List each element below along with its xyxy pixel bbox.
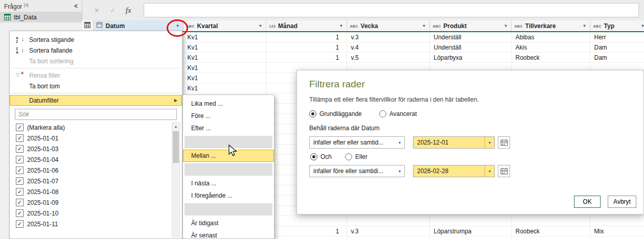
column-header-datum[interactable]: Datum ▾ <box>93 20 183 32</box>
operator-select-1[interactable]: infaller efter eller samtid... ▾ <box>309 136 405 149</box>
cell-tillverkare[interactable]: Akis <box>511 42 590 53</box>
scrollbar[interactable]: ▲ <box>172 122 180 237</box>
scrollbar-up-icon[interactable]: ▲ <box>172 123 179 130</box>
submenu-item[interactable]: Är tidigast ▶ <box>183 217 274 229</box>
cell-manad[interactable]: 1 <box>266 53 347 63</box>
cell-manad[interactable] <box>266 216 347 226</box>
cell-typ[interactable] <box>590 216 644 226</box>
query-item-tbl-data[interactable]: tbl_Data <box>0 12 82 22</box>
menu-item: ▶ <box>11 68 180 68</box>
cell-typ[interactable]: Dam <box>590 42 644 53</box>
filter-dropdown-button[interactable]: ▾ <box>581 22 589 30</box>
submenu-item[interactable]: Mellan ... ▶ <box>183 150 274 162</box>
cell-vecka[interactable]: v.4 <box>347 42 429 53</box>
filter-value-checkbox[interactable]: ✓ 2025-01-11 <box>16 219 167 229</box>
filter-value-checkbox[interactable]: ✓ 2025-01-07 <box>16 176 167 186</box>
menu-item[interactable]: Ta bort tom ▶ <box>10 81 182 91</box>
radio-icon <box>379 110 386 117</box>
filter-value-checkbox[interactable]: ✓ 2025-01-08 <box>16 186 167 197</box>
filter-value-checkbox[interactable]: ✓ 2025-01-10 <box>16 208 167 219</box>
calendar-picker-button-1[interactable] <box>498 136 510 149</box>
cell-typ[interactable]: Dam <box>590 53 644 63</box>
cell-tillverkare[interactable]: Roobeck <box>511 53 590 63</box>
cell-tillverkare[interactable]: Roobeck <box>511 226 590 236</box>
formula-input[interactable] <box>144 3 639 17</box>
filter-value-checkbox[interactable]: ✓ 2025-01-03 <box>16 144 167 154</box>
submenu-item[interactable]: Före ... ▶ <box>183 110 274 122</box>
column-header-manad[interactable]: 123Månad ▾ <box>266 20 347 32</box>
cell-kvartal[interactable]: Kv1 <box>183 83 266 93</box>
formula-cancel-icon[interactable]: ✕ <box>94 7 100 14</box>
submenu-item[interactable]: I nästa ... ▶ <box>183 177 274 189</box>
cell-produkt[interactable]: Underställ <box>429 42 511 53</box>
filter-dropdown-button[interactable]: ▾ <box>502 22 510 30</box>
ok-button[interactable]: OK <box>574 196 601 208</box>
cell-vecka[interactable]: v.5 <box>347 53 429 63</box>
cancel-button[interactable]: Avbryt <box>608 196 636 208</box>
cell-produkt[interactable] <box>429 216 511 226</box>
date-value-input-1[interactable]: 2025-12-01 ▾ <box>413 136 495 149</box>
submenu-item[interactable]: I föregående ... ▶ <box>183 189 274 202</box>
column-header-vecka[interactable]: ABCVecka ▾ <box>347 20 429 32</box>
formula-bar: ✕ ✓ fx <box>82 0 644 21</box>
collapse-pane-icon[interactable]: < <box>74 3 78 10</box>
cell-manad[interactable]: 1 <box>266 32 347 42</box>
cell-vecka[interactable]: v.3 <box>347 226 429 236</box>
cell-typ[interactable]: Mix <box>590 226 644 236</box>
cell-tillverkare[interactable] <box>511 216 590 226</box>
submenu-item[interactable]: Lika med ... ▶ <box>183 98 274 110</box>
filter-value-checkbox[interactable]: ✓ (Markera alla) <box>16 122 167 133</box>
table-menu-button[interactable] <box>82 20 93 32</box>
cell-manad[interactable]: 1 <box>266 42 347 53</box>
submenu-item[interactable]: Efter ... ▶ <box>183 122 274 134</box>
cell-produkt[interactable]: Löparbyxa <box>429 53 511 63</box>
cell-kvartal[interactable]: Kv1 <box>183 32 266 42</box>
menu-item[interactable]: Ta bort sortering ▶ <box>10 56 182 66</box>
column-header-typ[interactable]: ABCTyp ▾ <box>590 20 644 32</box>
search-input[interactable] <box>15 109 177 120</box>
date-value-input-2[interactable]: 2026-02-28 ▾ <box>413 165 495 177</box>
filter-dropdown-button[interactable]: ▾ <box>639 22 644 30</box>
menu-item[interactable]: Sortera fallande ▶ <box>10 45 182 56</box>
radio-or[interactable]: Eller <box>345 153 367 160</box>
cell-vecka[interactable]: v.3 <box>347 32 429 42</box>
cell-manad[interactable]: 1 <box>266 226 347 236</box>
scrollbar-thumb[interactable] <box>173 131 179 163</box>
cell-vecka[interactable] <box>347 216 429 226</box>
radio-advanced[interactable]: Avancerat <box>379 110 417 117</box>
filter-dropdown-button[interactable]: ▾ <box>420 22 428 30</box>
submenu-item[interactable]: Är senast ▶ <box>183 229 274 239</box>
filter-value-checkbox[interactable]: ✓ 2025-01-04 <box>16 154 167 165</box>
filter-value-checkbox[interactable]: ✓ 2025-01-01 <box>16 133 167 144</box>
column-header-produkt[interactable]: ABCProdukt ▾ <box>429 20 511 32</box>
menu-item[interactable]: Sortera stigande ▶ <box>10 34 182 45</box>
cell-manad[interactable]: 1 <box>266 236 347 239</box>
filter-dropdown-button[interactable]: ▾ <box>257 22 265 30</box>
cell-kvartal[interactable]: Kv1 <box>183 42 266 53</box>
formula-commit-icon[interactable]: ✓ <box>110 7 116 14</box>
cell-tillverkare[interactable]: Abibas <box>511 236 590 239</box>
column-label: Månad <box>278 22 297 30</box>
filter-dropdown-button[interactable]: ▾ <box>337 22 346 30</box>
column-header-tillverkare[interactable]: ABCTillverkare ▾ <box>511 20 590 32</box>
cell-produkt[interactable]: Underställ <box>429 32 511 42</box>
cell-typ[interactable]: Herr <box>590 236 644 239</box>
menu-item[interactable]: Rensa filter ▶ <box>10 70 182 81</box>
cell-vecka[interactable]: v.2 <box>347 236 429 239</box>
calendar-picker-button-2[interactable] <box>498 165 510 177</box>
cell-tillverkare[interactable]: Abibas <box>511 32 590 42</box>
filter-value-checkbox[interactable]: ✓ 2025-01-09 <box>16 197 167 208</box>
filter-dropdown-button-datum[interactable]: ▾ <box>174 22 182 30</box>
filter-value-checkbox[interactable]: ✓ 2025-01-06 <box>16 165 167 176</box>
radio-and[interactable]: Och <box>310 153 332 160</box>
cell-produkt[interactable]: Löparstrumpa <box>429 226 511 236</box>
cell-produkt[interactable]: Löpartröja <box>429 236 511 239</box>
radio-basic[interactable]: Grundläggande <box>309 110 362 117</box>
operator-select-2[interactable]: infaller före eller samtidi... ▾ <box>309 165 405 177</box>
cell-typ[interactable]: Herr <box>590 32 644 42</box>
menu-item[interactable]: Datumfilter ▶ <box>10 95 182 106</box>
cell-kvartal[interactable]: Kv1 <box>183 63 266 73</box>
cell-kvartal[interactable]: Kv1 <box>183 73 266 83</box>
column-header-kvartal[interactable]: ABCKvartal ▾ <box>183 20 266 32</box>
cell-kvartal[interactable]: Kv1 <box>183 53 266 63</box>
